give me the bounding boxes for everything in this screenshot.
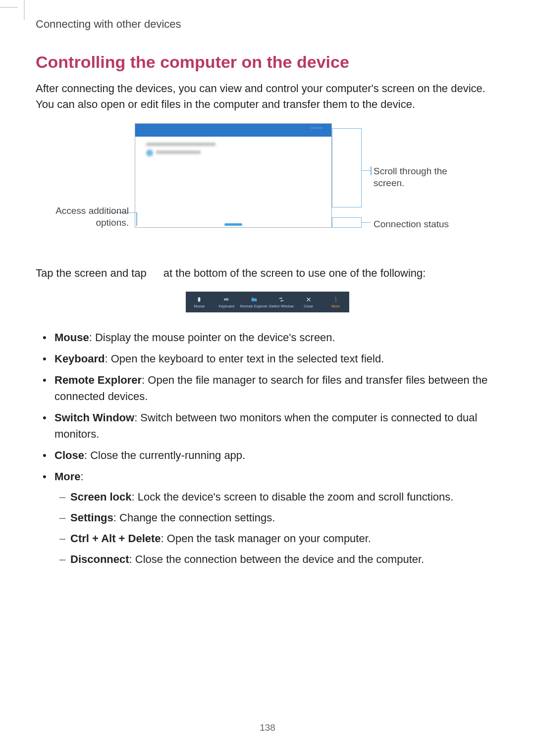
remote-window-placeholder <box>156 151 201 154</box>
margin-rule-vertical <box>24 0 25 20</box>
desc-disconnect: : Close the connection between the devic… <box>129 553 425 565</box>
list-item: Screen lock: Lock the device's screen to… <box>70 489 499 505</box>
toolbar-item-more: More <box>322 292 349 312</box>
term-switch-window: Switch Window <box>54 411 134 424</box>
desc-close: : Close the currently-running app. <box>84 449 245 461</box>
list-item: Mouse: Display the mouse pointer on the … <box>54 329 499 346</box>
svg-rect-3 <box>226 299 227 300</box>
more-icon <box>332 296 339 303</box>
toolbar-item-close: Close <box>295 292 322 312</box>
toolbar-item-keyboard: Keyboard <box>213 292 240 312</box>
list-item: Remote Explorer: Open the file manager t… <box>54 372 499 404</box>
svg-rect-0 <box>198 298 201 302</box>
term-close: Close <box>54 449 84 461</box>
toolbar-item-mouse: Mouse <box>186 292 213 312</box>
desc-screen-lock: : Lock the device's screen to disable th… <box>132 491 454 503</box>
list-item: Settings: Change the connection settings… <box>70 509 499 526</box>
toolbar-label: More <box>331 304 340 308</box>
svg-rect-4 <box>228 299 229 300</box>
list-item: Ctrl + Alt + Delete: Open the task manag… <box>70 530 499 547</box>
toolbar-item-switch-window: Switch Window <box>268 292 295 312</box>
mouse-icon <box>196 296 203 303</box>
svg-rect-6 <box>225 300 226 301</box>
svg-point-11 <box>335 301 336 302</box>
desc-keyboard: : Open the keyboard to enter text in the… <box>105 353 384 365</box>
remote-window-placeholder <box>146 143 215 146</box>
svg-rect-2 <box>225 299 226 300</box>
svg-point-10 <box>335 299 336 300</box>
callout-line <box>362 170 371 171</box>
callout-connection-label: Connection status <box>374 218 482 230</box>
intro-paragraph: After connecting the devices, you can vi… <box>36 81 499 112</box>
list-item: Switch Window: Switch between two monito… <box>54 409 499 442</box>
section-heading: Controlling the computer on the device <box>36 52 499 72</box>
tap-instruction-pre: Tap the screen and tap <box>36 267 147 279</box>
list-item: Keyboard: Open the keyboard to enter tex… <box>54 351 499 367</box>
device-screenshot <box>135 123 332 228</box>
term-settings: Settings <box>70 511 113 524</box>
svg-rect-7 <box>226 300 227 301</box>
margin-rule-horizontal <box>0 7 18 8</box>
page-number: 138 <box>0 722 535 733</box>
term-ctrl-alt-delete: Ctrl + Alt + Delete <box>70 532 161 545</box>
more-sublist: Screen lock: Lock the device's screen to… <box>54 489 499 568</box>
callout-box-connection <box>332 217 362 228</box>
close-icon <box>305 296 312 303</box>
term-disconnect: Disconnect <box>70 553 129 565</box>
term-more: More <box>54 470 81 483</box>
term-screen-lock: Screen lock <box>70 491 132 503</box>
desc-more: : <box>81 470 84 483</box>
switch-window-icon <box>278 296 285 303</box>
minimize-icon <box>311 127 322 129</box>
keyboard-icon <box>223 296 230 303</box>
tap-instruction-post: at the bottom of the screen to use one o… <box>163 267 426 279</box>
term-remote-explorer: Remote Explorer <box>54 374 142 386</box>
term-mouse: Mouse <box>54 331 89 344</box>
remote-window-placeholder <box>146 150 153 156</box>
svg-rect-5 <box>224 300 225 301</box>
list-item: Close: Close the currently-running app. <box>54 447 499 463</box>
list-item: Disconnect: Close the connection between… <box>70 551 499 568</box>
list-item: More: Screen lock: Lock the device's scr… <box>54 468 499 568</box>
figure-toolbar: Mouse Keyboard Remote Explorer Switch Wi… <box>186 292 349 312</box>
callout-scroll-label: Scroll through the screen. <box>374 165 473 189</box>
svg-point-9 <box>335 297 336 298</box>
toolbar-label: Mouse <box>194 304 205 308</box>
callout-line <box>371 166 372 175</box>
figure-remote-screen: Scroll through the screen. Connection st… <box>36 123 499 252</box>
svg-rect-8 <box>228 300 229 301</box>
desc-ctrl-alt-delete: : Open the task manager on your computer… <box>161 532 371 545</box>
callout-box-scroll <box>332 128 362 207</box>
page-content: Connecting with other devices Controllin… <box>0 0 535 568</box>
chapter-title: Connecting with other devices <box>36 18 499 31</box>
toolbar-label: Switch Window <box>269 304 294 308</box>
tap-instruction: Tap the screen and tapat the bottom of t… <box>36 267 499 280</box>
callout-line <box>362 222 371 223</box>
callout-line <box>136 212 137 226</box>
options-list: Mouse: Display the mouse pointer on the … <box>36 329 499 568</box>
callout-options-label: Access additional options. <box>55 205 129 229</box>
toolbar-label: Remote Explorer <box>240 304 268 308</box>
toolbar-label: Keyboard <box>219 304 235 308</box>
svg-rect-1 <box>224 299 225 300</box>
folder-icon <box>251 296 258 303</box>
toolbar-label: Close <box>304 304 313 308</box>
toolbar-item-remote-explorer: Remote Explorer <box>240 292 268 312</box>
remote-window-titlebar <box>135 124 331 137</box>
bottom-handle-icon <box>224 223 242 226</box>
desc-settings: : Change the connection settings. <box>113 511 275 524</box>
desc-mouse: : Display the mouse pointer on the devic… <box>89 331 335 344</box>
term-keyboard: Keyboard <box>54 353 105 365</box>
